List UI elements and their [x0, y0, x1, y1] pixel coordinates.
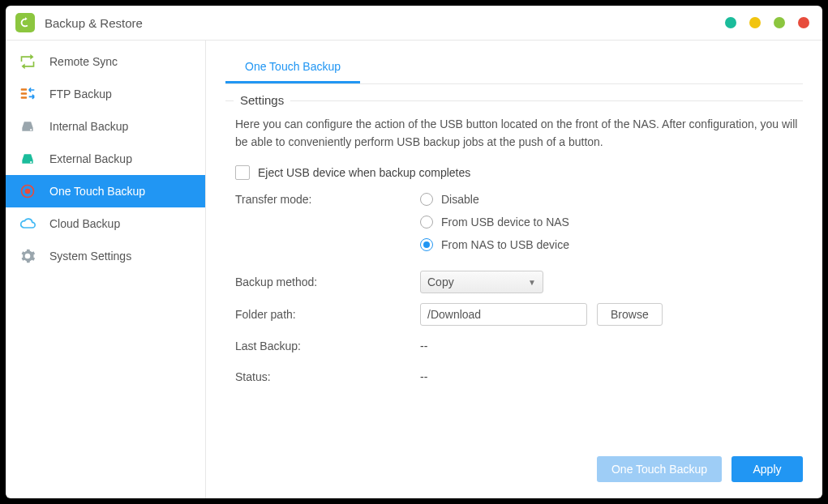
svg-rect-0: [21, 88, 28, 91]
sidebar-item-label: System Settings: [49, 250, 131, 263]
record-icon: [19, 182, 36, 200]
sidebar-item-external-backup[interactable]: External Backup: [6, 143, 205, 175]
svg-rect-2: [21, 96, 28, 99]
transfer-options: Disable From USB device to NAS From NAS …: [420, 193, 803, 261]
gear-icon: [19, 247, 36, 265]
select-value: Copy: [427, 275, 454, 288]
one-touch-backup-button[interactable]: One Touch Backup: [597, 456, 722, 482]
window-control-maximize[interactable]: [774, 17, 785, 28]
sidebar-item-cloud-backup[interactable]: Cloud Backup: [6, 207, 205, 240]
last-backup-row: Last Backup: --: [235, 335, 803, 357]
status-label: Status:: [235, 370, 420, 383]
sync-icon: [19, 53, 36, 70]
transfer-option-usb2nas[interactable]: From USB device to NAS: [420, 216, 803, 229]
window-control-close[interactable]: [798, 17, 809, 28]
sidebar-item-ftp-backup[interactable]: FTP Backup: [6, 78, 205, 110]
radio-label: From USB device to NAS: [441, 216, 569, 229]
settings-description: Here you can configure the action of the…: [235, 116, 803, 151]
main-panel: One Touch Backup Settings Here you can c…: [206, 41, 822, 498]
sidebar-item-label: Internal Backup: [49, 120, 128, 133]
sidebar-item-remote-sync[interactable]: Remote Sync: [6, 45, 205, 78]
settings-legend: Settings: [234, 93, 290, 107]
method-row: Backup method: Copy ▼: [235, 271, 803, 293]
radio-icon: [420, 216, 433, 229]
svg-point-3: [30, 129, 32, 130]
path-value: /Download: [427, 308, 481, 321]
status-value: --: [420, 370, 427, 383]
sidebar-item-label: External Backup: [49, 152, 132, 165]
svg-rect-1: [21, 92, 28, 95]
radio-label: From NAS to USB device: [441, 238, 569, 251]
path-input[interactable]: /Download: [420, 303, 587, 326]
method-select[interactable]: Copy ▼: [420, 271, 543, 293]
settings-fieldset: Settings Here you can configure the acti…: [225, 100, 803, 397]
transfer-row: Transfer mode: Disable From USB device t…: [235, 193, 803, 261]
browse-button[interactable]: Browse: [597, 303, 663, 326]
method-label: Backup method:: [235, 275, 420, 288]
last-backup-value: --: [420, 340, 427, 352]
svg-point-4: [30, 161, 32, 163]
window-title: Backup & Restore: [45, 16, 143, 30]
svg-point-6: [25, 189, 31, 194]
eject-label: Eject USB device when backup completes: [258, 166, 470, 179]
internal-drive-icon: [19, 117, 36, 135]
sidebar-item-label: FTP Backup: [49, 88, 112, 100]
window-control-minimize[interactable]: [725, 17, 736, 28]
window-control-help[interactable]: [749, 17, 761, 28]
radio-icon: [420, 238, 433, 251]
window-controls: [725, 17, 809, 28]
app-icon: [15, 13, 35, 32]
transfer-label: Transfer mode:: [235, 193, 420, 206]
path-row: Folder path: /Download Browse: [235, 303, 803, 326]
ftp-icon: [19, 85, 36, 103]
footer: One Touch Backup Apply: [225, 443, 803, 498]
chevron-down-icon: ▼: [528, 278, 536, 287]
apply-button[interactable]: Apply: [731, 456, 803, 482]
eject-row: Eject USB device when backup completes: [235, 162, 803, 183]
cloud-icon: [19, 215, 36, 233]
sidebar-item-label: Cloud Backup: [49, 217, 120, 230]
tab-one-touch-backup[interactable]: One Touch Backup: [225, 55, 360, 83]
sidebar: Remote Sync FTP Backup Internal Backup E…: [6, 41, 206, 498]
tab-bar: One Touch Backup: [225, 55, 803, 84]
sidebar-item-label: One Touch Backup: [49, 185, 145, 198]
external-drive-icon: [19, 150, 36, 168]
app-window: Backup & Restore Remote Sync FTP Backup: [6, 6, 822, 498]
app-body: Remote Sync FTP Backup Internal Backup E…: [6, 41, 822, 498]
eject-checkbox[interactable]: [235, 165, 250, 180]
sidebar-item-internal-backup[interactable]: Internal Backup: [6, 110, 205, 143]
status-row: Status: --: [235, 366, 803, 387]
transfer-option-disable[interactable]: Disable: [420, 193, 803, 206]
sidebar-item-one-touch-backup[interactable]: One Touch Backup: [6, 175, 205, 207]
radio-label: Disable: [441, 193, 479, 206]
transfer-option-nas2usb[interactable]: From NAS to USB device: [420, 238, 803, 251]
titlebar: Backup & Restore: [6, 6, 822, 41]
sidebar-item-system-settings[interactable]: System Settings: [6, 240, 205, 272]
path-label: Folder path:: [235, 308, 420, 321]
last-backup-label: Last Backup:: [235, 340, 420, 352]
radio-icon: [420, 193, 433, 206]
sidebar-item-label: Remote Sync: [49, 55, 118, 68]
